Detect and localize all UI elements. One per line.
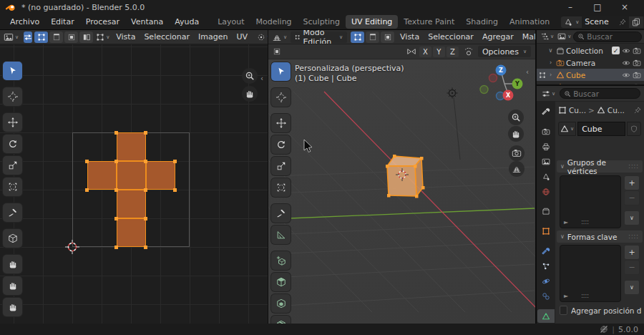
tool-relax[interactable] bbox=[3, 276, 22, 295]
properties-search-input[interactable] bbox=[573, 89, 636, 98]
pin-icon[interactable] bbox=[634, 107, 641, 114]
exclude-checkbox[interactable]: ✓ bbox=[612, 47, 620, 54]
viewport-menu-seleccionar[interactable]: Seleccionar bbox=[424, 31, 478, 43]
workspace-tab-uv-editing[interactable]: UV Editing bbox=[346, 15, 398, 29]
tool-tweak-select[interactable] bbox=[271, 62, 291, 81]
tool-tweak-select[interactable] bbox=[3, 62, 22, 80]
shape-keys-list[interactable]: ►:::: bbox=[560, 245, 621, 302]
disable-in-renders-toggle[interactable] bbox=[633, 47, 641, 55]
menu-archivo[interactable]: Archivo bbox=[4, 15, 45, 29]
properties-tab-object-data[interactable] bbox=[537, 309, 555, 323]
uv-select-mode-vertex[interactable] bbox=[34, 31, 48, 43]
properties-tab-collection[interactable] bbox=[537, 205, 555, 218]
mesh-data-icon[interactable] bbox=[597, 106, 605, 115]
uv-vertex[interactable] bbox=[114, 217, 118, 220]
uv-face[interactable] bbox=[117, 190, 146, 218]
tool-scale[interactable] bbox=[3, 156, 22, 175]
workspace-tab-layout[interactable]: Layout bbox=[212, 15, 250, 29]
uv-sidebar-collapse[interactable]: ‹ bbox=[260, 74, 263, 82]
pin-icon[interactable] bbox=[619, 19, 626, 26]
properties-tab-output[interactable] bbox=[537, 140, 555, 154]
menu-procesar[interactable]: Procesar bbox=[80, 15, 125, 29]
navigation-gizmo[interactable]: Z Y X bbox=[479, 62, 530, 107]
axis-neg-x-ball[interactable] bbox=[489, 74, 497, 82]
disable-in-renders-toggle[interactable] bbox=[633, 71, 641, 79]
tool-rotate[interactable] bbox=[3, 135, 22, 153]
outliner-search[interactable] bbox=[573, 31, 642, 42]
menu-editar[interactable]: Editar bbox=[45, 15, 80, 29]
tool-inset-faces[interactable] bbox=[271, 294, 291, 313]
tool-rotate[interactable] bbox=[271, 135, 291, 154]
fake-user-button[interactable] bbox=[627, 122, 641, 136]
uv-vertex[interactable] bbox=[144, 246, 147, 249]
outliner-item-light[interactable]: › Light bbox=[537, 81, 644, 84]
tool-transform[interactable] bbox=[271, 178, 291, 197]
resize-grip-icon[interactable]: :::: bbox=[581, 293, 589, 299]
scene-browse-button[interactable]: ∨ bbox=[561, 16, 582, 28]
light-object-gizmo[interactable] bbox=[447, 88, 461, 160]
menu-ayuda[interactable]: Ayuda bbox=[169, 15, 205, 29]
uv-pivot-button[interactable]: ∨ bbox=[255, 32, 268, 42]
uv-menu-vista[interactable]: Vista bbox=[112, 31, 140, 43]
uv-face[interactable] bbox=[87, 161, 117, 190]
axis-z-ball[interactable]: Z bbox=[496, 65, 507, 76]
disable-in-renders-toggle[interactable] bbox=[633, 59, 641, 67]
uv-vertex[interactable] bbox=[114, 188, 118, 192]
viewport-menu-malla[interactable]: Malla bbox=[518, 31, 535, 43]
uv-vertex[interactable] bbox=[144, 160, 147, 163]
uv-vertex[interactable] bbox=[114, 246, 118, 249]
properties-editor-type-button[interactable]: ∨ bbox=[540, 89, 557, 99]
breadcrumb-data[interactable]: Cu... bbox=[608, 106, 625, 115]
mesh-browse-button[interactable]: ∨ bbox=[558, 122, 576, 136]
vertex-group-add-button[interactable]: + bbox=[624, 175, 640, 190]
menu-ventana[interactable]: Ventana bbox=[125, 15, 169, 29]
hide-in-viewport-toggle[interactable] bbox=[622, 83, 630, 85]
expander-icon[interactable]: › bbox=[547, 84, 555, 84]
properties-tab-constraints[interactable] bbox=[537, 289, 555, 303]
resize-grip-icon[interactable]: :::: bbox=[581, 219, 589, 225]
tool-pinch[interactable] bbox=[3, 298, 22, 316]
proportional-editing-icon[interactable] bbox=[464, 47, 474, 57]
uv-pan-button[interactable] bbox=[242, 86, 258, 102]
expand-icon[interactable]: ► bbox=[564, 219, 568, 225]
rest-position-checkbox[interactable] bbox=[560, 306, 567, 315]
uv-face[interactable] bbox=[117, 218, 146, 247]
expand-icon[interactable]: ► bbox=[564, 293, 568, 299]
properties-search[interactable] bbox=[560, 88, 640, 99]
uv-editor-type-button[interactable]: ∨ bbox=[2, 31, 20, 43]
datablock-name-field[interactable]: Cube bbox=[577, 122, 625, 136]
uv-sync-selection-toggle[interactable] bbox=[24, 31, 32, 43]
mirror-axis-z[interactable]: Z bbox=[447, 47, 459, 57]
tool-extrude-region[interactable] bbox=[271, 273, 291, 291]
maximize-button[interactable]: □ bbox=[584, 0, 611, 14]
uv-sticky-mode-button[interactable]: ∨ bbox=[94, 32, 111, 42]
properties-tab-particles[interactable] bbox=[537, 260, 555, 273]
properties-tab-scene[interactable] bbox=[537, 170, 555, 183]
mirror-axis-x[interactable]: X bbox=[419, 47, 431, 57]
shape-key-add-button[interactable]: + bbox=[624, 245, 640, 260]
tool-annotate[interactable] bbox=[271, 204, 291, 223]
viewport-zoom-button[interactable] bbox=[508, 110, 524, 125]
outliner-editor-type-button[interactable]: ∨ bbox=[539, 31, 555, 42]
drag-grip-icon[interactable]: :::: bbox=[628, 233, 639, 240]
uv-face[interactable] bbox=[117, 132, 146, 161]
shape-key-remove-button[interactable]: − bbox=[624, 260, 640, 275]
viewport-canvas[interactable]: Personalizada (perspectiva) (1) Cube | C… bbox=[268, 59, 535, 324]
properties-tab-view-layer[interactable] bbox=[537, 155, 555, 169]
uv-menu-imagen[interactable]: Imagen bbox=[194, 31, 232, 43]
vertex-groups-panel-header[interactable]: ∨ Grupos de vértices :::: bbox=[557, 160, 643, 173]
scene-name-field[interactable]: Scene bbox=[582, 16, 629, 28]
workspace-tab-texture-paint[interactable]: Texture Paint bbox=[398, 15, 460, 29]
properties-tab-physics[interactable] bbox=[537, 274, 555, 288]
viewport-editor-type-button[interactable]: ∨ bbox=[270, 31, 288, 43]
tool-scale[interactable] bbox=[271, 157, 291, 175]
uv-vertex[interactable] bbox=[85, 188, 89, 192]
uv-zoom-button[interactable] bbox=[242, 68, 258, 84]
scene-new-button[interactable] bbox=[629, 16, 643, 28]
outliner-item-cube[interactable]: › Cube bbox=[537, 69, 644, 81]
outliner-search-input[interactable] bbox=[587, 32, 638, 41]
uv-vertex[interactable] bbox=[85, 160, 89, 163]
uv-vertex[interactable] bbox=[173, 160, 177, 163]
properties-tab-world[interactable] bbox=[537, 185, 555, 198]
uv-canvas[interactable]: ‹ bbox=[0, 44, 268, 324]
